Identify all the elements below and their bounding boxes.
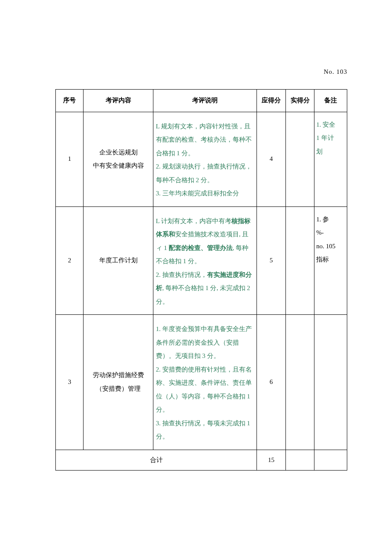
cell-desc: 1. 年度资金预算中有具备安全生产条件所必需的资金投入（安措费）。无项目扣 3 … xyxy=(153,315,257,450)
cell-idx: 3 xyxy=(56,315,84,450)
desc-text: 1. 年度资金预算中有具备安全生产条件所必需的资金投入（安措费）。无项目扣 3 … xyxy=(156,325,252,359)
cell-note: 1. 安全 1 年计 划 xyxy=(314,112,347,206)
cell-idx: 2 xyxy=(56,206,84,315)
cell-item: 劳动保护措施经费 （安措费）管理 xyxy=(84,315,153,450)
desc-text: 3. 三年均未能完成目标扣全分 xyxy=(156,190,239,197)
cell-due: 4 xyxy=(257,112,286,206)
table-header-row: 序号 考评内容 考评说明 应得分 实得分 备注 xyxy=(56,90,347,112)
note-line: 1. 参 xyxy=(316,216,329,223)
desc-bold: 配套的检查、管理办法 xyxy=(167,244,233,251)
header-desc: 考评说明 xyxy=(153,90,257,112)
cell-note: 1. 参 %- no. 105 指标 xyxy=(314,206,347,315)
page-number: No. 103 xyxy=(55,68,347,76)
desc-text: 3. 抽查执行情况，每项未完成扣 1 分。 xyxy=(156,420,250,440)
cell-item: 年度工作计划 xyxy=(84,206,153,315)
cell-got xyxy=(285,206,314,315)
cell-idx: 1 xyxy=(56,112,84,206)
note-line: %- xyxy=(316,229,324,236)
cell-desc: L 规划有文本，内容针对性强，且有配套的检查、考核办法，每种不合格扣 1 分。 … xyxy=(153,112,257,206)
total-note xyxy=(314,450,347,471)
cell-due: 5 xyxy=(257,206,286,315)
desc-text: L 计划有文本，内容中有考 xyxy=(156,218,231,224)
item-line: 中有安全健康内容 xyxy=(93,162,144,169)
cell-got xyxy=(285,315,314,450)
assessment-table: 序号 考评内容 考评说明 应得分 实得分 备注 1 企业长远规划 中有安全健康内… xyxy=(55,89,347,471)
item-line: （安措费）管理 xyxy=(96,385,141,392)
cell-note xyxy=(314,315,347,450)
note-line: 指标 xyxy=(316,256,329,263)
header-idx: 序号 xyxy=(56,90,84,112)
header-got: 实得分 xyxy=(285,90,314,112)
desc-text: 2. 规划滚动执行，抽查执行情况，每种不合格扣 2 分。 xyxy=(156,163,252,183)
table-row: 3 劳动保护措施经费 （安措费）管理 1. 年度资金预算中有具备安全生产条件所必… xyxy=(56,315,347,450)
table-row: 2 年度工作计划 L 计划有文本，内容中有考核指标体系和安全措施技术改造项目, … xyxy=(56,206,347,315)
note-line: 划 xyxy=(316,148,323,155)
total-due: 15 xyxy=(257,450,286,471)
note-line: no. 105 xyxy=(316,243,335,250)
cell-got xyxy=(285,112,314,206)
desc-text: 2. 抽查执行情况， xyxy=(156,271,207,278)
total-got xyxy=(285,450,314,471)
item-line: 劳动保护措施经费 xyxy=(93,372,144,378)
header-item: 考评内容 xyxy=(84,90,153,112)
cell-desc: L 计划有文本，内容中有考核指标体系和安全措施技术改造项目, 且ィ 1 配套的检… xyxy=(153,206,257,315)
total-label: 合计 xyxy=(56,450,257,471)
desc-text: L 规划有文本，内容针对性强，且有配套的检查、考核办法，每种不合格扣 1 分。 xyxy=(156,123,252,157)
table-total-row: 合计 15 xyxy=(56,450,347,471)
item-line: 企业长远规划 xyxy=(99,149,138,156)
note-line: 1 年计 xyxy=(316,134,334,141)
desc-text: , 每种不合格扣 1 分, 未完成扣 2 分。 xyxy=(156,285,250,305)
table-row: 1 企业长远规划 中有安全健康内容 L 规划有文本，内容针对性强，且有配套的检查… xyxy=(56,112,347,206)
cell-due: 6 xyxy=(257,315,286,450)
header-note: 备注 xyxy=(314,90,347,112)
header-due: 应得分 xyxy=(257,90,286,112)
cell-item: 企业长远规划 中有安全健康内容 xyxy=(84,112,153,206)
desc-text: 2. 安措费的使用有针对性，且有名称、实施进度、条件评估、责任单位（人）等内容，… xyxy=(156,366,252,413)
note-line: 1. 安全 xyxy=(316,121,335,128)
